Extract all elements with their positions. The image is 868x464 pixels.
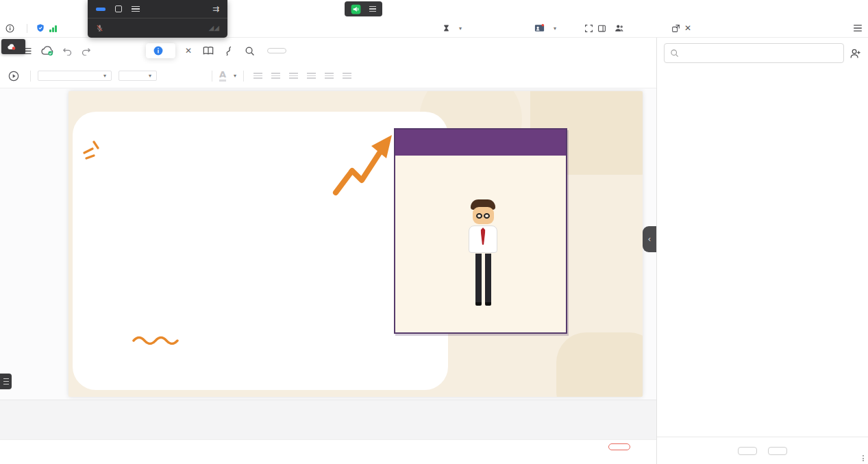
leave-meeting-button[interactable] xyxy=(608,443,630,450)
growth-arrow-graphic xyxy=(330,130,396,201)
member-list xyxy=(657,67,868,437)
recording-badge xyxy=(1,39,25,54)
ime-indicator xyxy=(861,455,864,461)
slide-filmstrip xyxy=(0,400,656,439)
meeting-timer[interactable]: ▾ xyxy=(443,19,462,37)
archive-purpose-card xyxy=(394,128,567,334)
hourglass-icon xyxy=(443,24,450,32)
bullet-list-icon[interactable] xyxy=(253,73,262,79)
member-search-box[interactable] xyxy=(664,43,844,63)
indent-icon[interactable] xyxy=(343,73,351,79)
left-edge-menu-tab[interactable] xyxy=(0,374,12,389)
panel-menu-icon[interactable] xyxy=(853,19,863,37)
cartoon-face xyxy=(473,207,494,224)
unmute-button[interactable] xyxy=(768,447,787,455)
align-left-icon[interactable] xyxy=(289,73,298,79)
slide-canvas xyxy=(0,88,656,400)
ppt-ribbon-row: ✕ ✕ xyxy=(0,38,656,64)
members-tab[interactable] xyxy=(615,19,628,37)
number-list-icon[interactable] xyxy=(271,73,280,79)
watermark: ◢◢ xyxy=(209,24,219,32)
divider xyxy=(27,24,27,33)
members-icon xyxy=(615,24,624,32)
info-icon[interactable] xyxy=(5,24,14,33)
speaking-mic-icon xyxy=(96,24,103,32)
card-title xyxy=(395,130,566,156)
wavy-underline xyxy=(132,334,181,345)
notice-close-icon[interactable]: ✕ xyxy=(185,46,192,56)
meeting-limit-notice xyxy=(146,43,175,58)
line-spacing-icon[interactable] xyxy=(325,73,334,79)
popout-panel-icon[interactable] xyxy=(671,24,680,33)
cartoon-tie xyxy=(481,228,486,245)
watch-banner xyxy=(345,1,382,16)
meeting-app: ▾ ▾ ✕ ⇉ ◢◢ xyxy=(0,0,868,464)
play-icon xyxy=(8,71,19,82)
network-signal-icon[interactable] xyxy=(49,25,57,32)
pen-tool-icon[interactable] xyxy=(225,46,234,56)
cartoon-shirt xyxy=(469,225,497,253)
redo-icon[interactable] xyxy=(81,47,91,56)
shared-presentation: ✕ ✕ ▾ ▾ xyxy=(0,38,656,464)
view-mode-selector[interactable]: ▾ xyxy=(534,19,556,37)
members-panel xyxy=(656,38,868,464)
deco-blob xyxy=(556,332,643,397)
cartoon-legs xyxy=(462,254,504,306)
add-member-icon[interactable] xyxy=(850,48,861,59)
share-button[interactable] xyxy=(267,48,286,53)
meeting-bottom-toolbar xyxy=(0,439,656,464)
skip-arrow-icon[interactable]: ⇉ xyxy=(212,4,219,14)
change-nickname-button[interactable] xyxy=(738,447,757,455)
sidebar-layout-icon[interactable] xyxy=(597,24,606,33)
speaker-icon xyxy=(351,4,361,14)
play-slideshow-button[interactable] xyxy=(8,71,23,82)
sparkle-icon xyxy=(82,136,100,160)
current-slide xyxy=(69,91,643,397)
search-icon xyxy=(670,49,679,58)
security-shield-icon[interactable] xyxy=(36,23,45,33)
notice-info-icon xyxy=(153,46,163,56)
floating-meeting-toolbar: ⇉ ◢◢ xyxy=(88,0,227,38)
cloud-sync-icon[interactable] xyxy=(40,46,54,56)
cartoon-man-illustration xyxy=(462,199,504,328)
align-center-icon[interactable] xyxy=(307,73,316,79)
font-family-select[interactable]: ▾ xyxy=(38,71,112,81)
cloud-record-icon xyxy=(7,43,16,51)
members-panel-footer xyxy=(657,437,868,464)
panel-collapse-handle[interactable]: ‹ xyxy=(643,226,656,252)
restore-icon[interactable] xyxy=(115,5,122,12)
speaker-view-icon xyxy=(534,24,545,32)
fullscreen-icon[interactable] xyxy=(584,24,593,33)
undo-icon[interactable] xyxy=(62,47,73,56)
member-search-input[interactable] xyxy=(683,49,838,58)
search-icon[interactable] xyxy=(245,46,255,56)
ppt-format-row: ▾ ▾ A▾ xyxy=(0,64,656,88)
paragraph-tools xyxy=(253,73,351,79)
banner-menu-icon[interactable] xyxy=(369,6,376,12)
list-view-icon[interactable] xyxy=(132,6,140,12)
font-size-select[interactable]: ▾ xyxy=(119,71,157,81)
minimize-bar-icon[interactable] xyxy=(96,8,106,11)
font-color-button[interactable]: A xyxy=(219,70,226,82)
close-panel-icon[interactable]: ✕ xyxy=(684,23,691,33)
reader-book-icon[interactable] xyxy=(203,46,214,56)
